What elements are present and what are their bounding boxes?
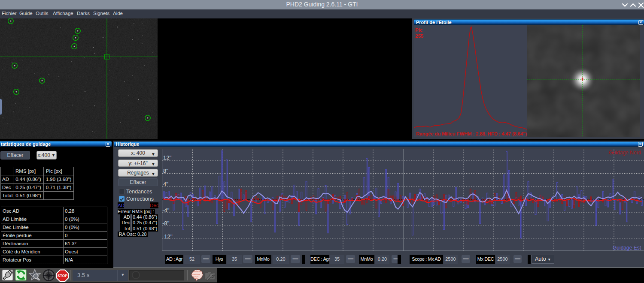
svg-text:STOP: STOP bbox=[58, 274, 67, 278]
